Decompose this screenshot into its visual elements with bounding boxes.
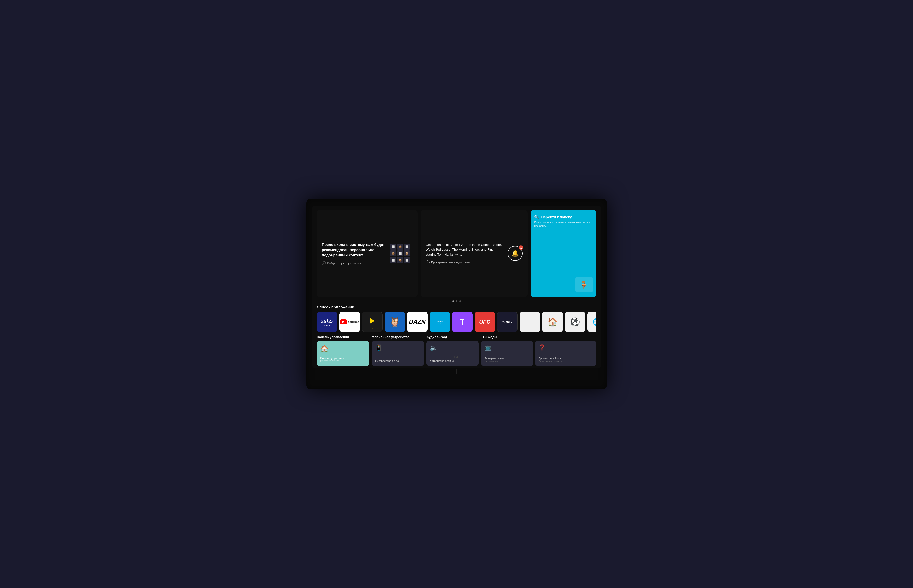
globe-icon: 🌐 bbox=[592, 317, 596, 326]
control-panel-info: Панель управлен... powered by ThinQ AI bbox=[321, 357, 366, 362]
banner-search-header: 🔍 Перейти к поиску Поиск различного конт… bbox=[534, 215, 592, 228]
bottom-section: Панель управления ... 🏠 Панель управлен.… bbox=[312, 334, 601, 368]
mobile-tile-text: Руководство по по... bbox=[375, 359, 401, 362]
tv-screen: После входа в систему вам будет рекоменд… bbox=[312, 206, 601, 368]
prime-logo: prime video bbox=[437, 320, 443, 324]
banner-apple-text: Get 3 months of Apple TV+ free in the Co… bbox=[426, 242, 504, 265]
dot-2[interactable] bbox=[456, 300, 457, 302]
banner-login-image: ⬜ 📦 ⬜ 📦 ⬜ 📦 ⬜ 📦 ⬜ bbox=[390, 244, 413, 263]
control-panel-brand: powered by ThinQ AI bbox=[321, 360, 366, 362]
banners-row: После входа в систему вам будет рекоменд… bbox=[312, 206, 601, 299]
app-prime-video[interactable]: prime video bbox=[430, 312, 450, 332]
yupptv-logo-text: YuppTV bbox=[502, 320, 512, 323]
banner-login-button[interactable]: › Войдите в учетную запись bbox=[322, 261, 387, 265]
cube-grid: ⬜ 📦 ⬜ 📦 ⬜ 📦 ⬜ 📦 ⬜ bbox=[390, 244, 410, 263]
sports-icon: ⚽ bbox=[570, 317, 580, 326]
prime-text: prime bbox=[437, 320, 443, 322]
app-dazn[interactable]: DAZN bbox=[407, 312, 427, 332]
app-yupptv[interactable]: YuppTV bbox=[497, 312, 518, 332]
control-panel-tile[interactable]: 🏠 Панель управлен... powered by ThinQ AI bbox=[317, 341, 369, 366]
mobile-device-title: Мобильное устройство bbox=[372, 335, 424, 339]
app-globe[interactable]: 🌐 bbox=[587, 312, 596, 332]
tv-inputs-title: ТВ/Входы bbox=[481, 335, 596, 339]
app-home[interactable]: 🏠 bbox=[542, 312, 563, 332]
audio-tile-text: Устройство оптиче... bbox=[430, 359, 456, 362]
app-grid-apps[interactable] bbox=[520, 312, 540, 332]
twitch-icon: T bbox=[460, 317, 465, 326]
cube: 📦 bbox=[397, 257, 403, 263]
youtube-play-triangle bbox=[342, 320, 345, 323]
search-top: 🔍 Перейти к поиску bbox=[534, 215, 592, 220]
stand-neck bbox=[456, 369, 457, 374]
cube: ⬜ bbox=[390, 244, 396, 250]
mobile-icon: 📱 bbox=[375, 344, 382, 351]
broadcast-tile[interactable]: 📺 Телетрансляция Нет каналов bbox=[481, 341, 533, 366]
dot-3[interactable] bbox=[460, 300, 461, 302]
cube: 📦 bbox=[390, 250, 396, 257]
carousel-dots bbox=[312, 299, 601, 303]
broadcast-text: Телетрансляция bbox=[485, 357, 504, 360]
prime-subtext: video bbox=[437, 322, 443, 324]
help-subtext: Подключение других у... bbox=[539, 360, 564, 362]
apps-section-title: Список приложений bbox=[317, 305, 596, 309]
shahid-label: شاهد bbox=[321, 318, 333, 326]
lg-brand-label: LG bbox=[454, 356, 459, 359]
arrow-icon: › bbox=[322, 261, 326, 265]
banner-search[interactable]: 🔍 Перейти к поиску Поиск различного конт… bbox=[531, 210, 596, 297]
banner-apple[interactable]: Get 3 months of Apple TV+ free in the Co… bbox=[421, 210, 528, 297]
bell-icon: 🔔 bbox=[512, 250, 519, 257]
app-youtube[interactable]: YouTube bbox=[340, 312, 360, 332]
tv-frame: После входа в систему вам будет рекоменд… bbox=[306, 199, 607, 389]
app-sports[interactable]: ⚽ bbox=[565, 312, 585, 332]
help-icon: ❓ bbox=[539, 344, 546, 351]
help-info: Просмотреть Руков... Подключение других … bbox=[539, 357, 564, 362]
help-text: Просмотреть Руков... bbox=[539, 357, 564, 360]
dot-1[interactable] bbox=[452, 300, 454, 302]
mobile-device-section: Мобильное устройство 📱 Руководство по по… bbox=[372, 335, 424, 366]
banner-apple-description: Get 3 months of Apple TV+ free in the Co… bbox=[426, 242, 504, 257]
notification-badge: 1 bbox=[519, 246, 523, 250]
cube: ⬜ bbox=[390, 257, 396, 263]
owl-icon: 🦉 bbox=[389, 317, 400, 327]
cube: ⬜ bbox=[397, 250, 403, 257]
youtube-logo: YouTube bbox=[340, 319, 359, 324]
audio-tile[interactable]: 🔈 Устройство оптиче... bbox=[426, 341, 479, 366]
cube: ⬜ bbox=[404, 244, 410, 250]
arrow-icon: › bbox=[426, 260, 430, 265]
app-twitch[interactable]: T bbox=[452, 312, 473, 332]
app-premier[interactable]: PREMIER bbox=[362, 312, 382, 332]
audio-title: Аудиовыход bbox=[426, 335, 479, 339]
banner-login[interactable]: После входа в систему вам будет рекоменд… bbox=[317, 210, 418, 297]
cube: 📦 bbox=[397, 244, 403, 250]
cube: 📦 bbox=[404, 250, 410, 257]
app-owl[interactable]: 🦉 bbox=[385, 312, 405, 332]
apps-section: Список приложений شاهد bbox=[312, 303, 601, 334]
ufc-logo-text: UFC bbox=[479, 318, 490, 325]
banner-apple-button[interactable]: › Проверьте новые уведомления bbox=[426, 260, 504, 265]
control-panel-section: Панель управления ... 🏠 Панель управлен.… bbox=[317, 335, 369, 366]
premier-text: PREMIER bbox=[366, 328, 378, 330]
youtube-text: YouTube bbox=[348, 320, 359, 323]
tv-inputs-tiles: 📺 Телетрансляция Нет каналов ❓ Просмотре… bbox=[481, 341, 596, 366]
dazn-logo-text: DAZN bbox=[409, 318, 426, 325]
app-shahid[interactable]: شاهد bbox=[317, 312, 337, 332]
premier-logo: PREMIER bbox=[370, 319, 374, 325]
notification-circle: 🔔 1 bbox=[508, 246, 523, 261]
app-ufc[interactable]: UFC bbox=[475, 312, 495, 332]
apps-row: شاهد bbox=[317, 312, 596, 332]
banner-search-description: Поиск различного контента по названию, а… bbox=[534, 221, 592, 228]
broadcast-subtext: Нет каналов bbox=[485, 360, 504, 362]
banner-login-title: После входа в систему вам будет рекоменд… bbox=[322, 242, 387, 258]
control-panel-tile-text: Панель управлен... bbox=[321, 357, 366, 360]
broadcast-icon: 📺 bbox=[485, 344, 491, 351]
home-icon: 🏠 bbox=[547, 317, 557, 326]
banner-login-text: После входа в систему вам будет рекоменд… bbox=[322, 242, 387, 265]
tv-stand bbox=[312, 369, 601, 374]
chair-icon: 🪑 bbox=[575, 277, 593, 292]
tv-inputs-section: ТВ/Входы 📺 Телетрансляция Нет каналов ❓ … bbox=[481, 335, 596, 366]
broadcast-info: Телетрансляция Нет каналов bbox=[485, 357, 504, 362]
help-tile[interactable]: ❓ Просмотреть Руков... Подключение други… bbox=[535, 341, 596, 366]
youtube-icon bbox=[340, 319, 347, 324]
mobile-device-tile[interactable]: 📱 Руководство по по... bbox=[372, 341, 424, 366]
premier-play-icon bbox=[370, 318, 374, 323]
